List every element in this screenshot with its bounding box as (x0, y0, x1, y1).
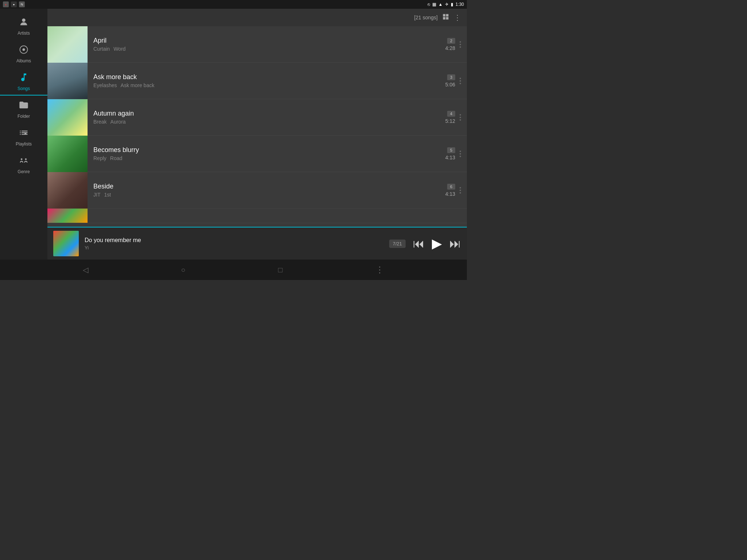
artists-label: Artists (18, 31, 30, 36)
song-title: April (93, 37, 445, 44)
song-more-button[interactable] (458, 76, 462, 86)
song-number: 3 (447, 74, 455, 80)
song-more-button[interactable] (458, 149, 462, 159)
vibrate-icon: ▦ (432, 2, 436, 7)
song-number: 5 (447, 147, 455, 153)
song-number-duration: 6 4:13 (445, 184, 455, 197)
song-thumbnail (47, 172, 88, 209)
song-title: Beside (93, 183, 445, 190)
next-button[interactable]: ⏭ (449, 237, 461, 250)
songs-scroll[interactable]: April Curtain Word 2 4:28 (47, 26, 467, 227)
song-artist: Eyelashes (93, 82, 117, 88)
bottom-nav: ◁ ○ □ ⋮ (0, 260, 467, 280)
sidebar-item-songs[interactable]: Songs (0, 68, 47, 96)
songs-label: Songs (18, 86, 30, 91)
song-meta: Break Aurora (93, 119, 445, 125)
status-bar-left: e ● N (3, 1, 25, 7)
folder-icon (19, 100, 29, 112)
song-meta: Curtain Word (93, 46, 445, 52)
song-number-duration: 4 5:12 (445, 111, 455, 124)
song-number: 6 (447, 184, 455, 190)
song-title: Becomes blurry (93, 146, 445, 154)
song-info: Becomes blurry Reply Road (93, 146, 445, 161)
song-album: Ask more back (121, 82, 155, 88)
song-list: [21 songs] ⋮ April Curtain Wor (47, 9, 467, 260)
albums-icon (19, 44, 29, 57)
song-thumbnail (47, 209, 88, 223)
back-button[interactable]: ◁ (83, 265, 88, 274)
song-thumbnail (47, 136, 88, 172)
sidebar-item-artists[interactable]: Artists (0, 12, 47, 40)
main-layout: Artists Albums Songs Folder (0, 9, 467, 280)
song-duration: 4:28 (445, 45, 455, 51)
song-duration: 4:13 (445, 191, 455, 197)
sidebar-item-albums[interactable]: Albums (0, 40, 47, 68)
now-playing-info: Do you remember me Yi (85, 237, 383, 250)
recents-button[interactable]: □ (278, 266, 283, 274)
song-meta: JIT 1st (93, 192, 445, 198)
song-info: Beside JIT 1st (93, 183, 445, 198)
sidebar-item-folder[interactable]: Folder (0, 96, 47, 123)
song-number-duration: 3 5:06 (445, 74, 455, 88)
now-playing-thumbnail (53, 231, 79, 256)
playlists-icon (19, 128, 29, 140)
song-more-button[interactable] (458, 40, 462, 49)
songs-icon (19, 72, 29, 85)
song-more-button[interactable] (458, 186, 462, 195)
song-artist: Break (93, 119, 107, 125)
song-item[interactable]: Ask more back Eyelashes Ask more back 3 … (47, 63, 467, 99)
more-options-button[interactable]: ⋮ (375, 265, 384, 275)
n-icon: N (19, 1, 25, 7)
song-info: Ask more back Eyelashes Ask more back (93, 73, 445, 88)
song-right: 3 5:06 (445, 74, 462, 88)
song-info: April Curtain Word (93, 37, 445, 52)
song-album: Word (113, 46, 125, 52)
play-button[interactable]: ▶ (432, 236, 442, 251)
previous-button[interactable]: ⏮ (413, 237, 425, 250)
now-playing-artist: Yi (85, 245, 383, 250)
song-artist: JIT (93, 192, 100, 198)
content-area: Artists Albums Songs Folder (0, 9, 467, 260)
svg-point-2 (23, 48, 25, 51)
song-duration: 5:06 (445, 82, 455, 88)
song-album: Aurora (111, 119, 126, 125)
sidebar-item-playlists[interactable]: Playlists (0, 123, 47, 151)
song-artist: Reply (93, 155, 107, 161)
song-duration: 4:13 (445, 155, 455, 160)
genre-label: Genre (18, 169, 30, 174)
song-meta: Reply Road (93, 155, 445, 161)
more-options-icon[interactable]: ⋮ (454, 13, 461, 22)
status-bar-right: ⎋ ▦ ▲ ✈ ▮ 1:30 (427, 2, 464, 7)
now-playing-title: Do you remember me (85, 237, 383, 244)
sidebar-item-genre[interactable]: Genre (0, 151, 47, 179)
list-header: [21 songs] ⋮ (47, 9, 467, 26)
song-item[interactable]: Becomes blurry Reply Road 5 4:13 (47, 136, 467, 172)
song-number: 4 (447, 111, 455, 117)
song-item[interactable]: Beside JIT 1st 6 4:13 (47, 172, 467, 209)
track-counter: 7/21 (389, 240, 406, 248)
song-duration: 5:12 (445, 118, 455, 124)
song-right: 4 5:12 (445, 111, 462, 124)
song-right: 2 4:28 (445, 38, 462, 51)
svg-point-0 (22, 19, 25, 22)
battery-icon: ▮ (451, 2, 453, 7)
now-playing-bar: Do you remember me Yi 7/21 ⏮ ▶ ⏭ (47, 227, 467, 260)
grid-view-icon[interactable] (442, 13, 449, 22)
song-more-button[interactable] (458, 113, 462, 122)
song-right: 6 4:13 (445, 184, 462, 197)
song-number-duration: 5 4:13 (445, 147, 455, 160)
song-count: [21 songs] (414, 15, 438, 20)
song-thumbnail (47, 63, 88, 99)
song-item[interactable]: April Curtain Word 2 4:28 (47, 26, 467, 63)
song-number-duration: 2 4:28 (445, 38, 455, 51)
song-title: Autumn again (93, 110, 445, 117)
status-bar: e ● N ⎋ ▦ ▲ ✈ ▮ 1:30 (0, 0, 467, 9)
song-title: Ask more back (93, 73, 445, 81)
song-item[interactable]: Autumn again Break Aurora 4 5:12 (47, 99, 467, 136)
song-thumbnail (47, 99, 88, 136)
song-album: Road (110, 155, 122, 161)
song-right: 5 4:13 (445, 147, 462, 160)
song-item[interactable] (47, 209, 467, 223)
home-button[interactable]: ○ (181, 266, 185, 274)
folder-label: Folder (18, 114, 30, 119)
